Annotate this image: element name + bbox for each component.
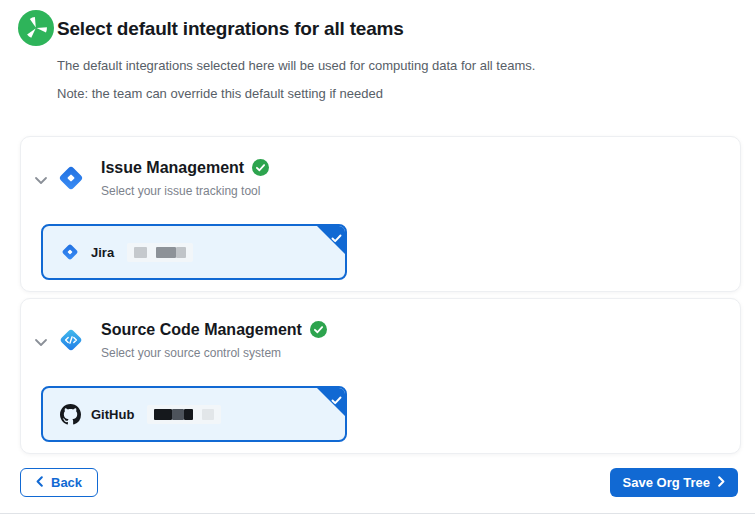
section-issue-management: Issue Management Select your issue track…	[20, 136, 741, 292]
jira-icon	[60, 242, 80, 262]
section-title: Issue Management	[101, 157, 244, 178]
check-icon	[331, 229, 342, 247]
integration-sections: Issue Management Select your issue track…	[0, 136, 755, 454]
jira-option-card[interactable]: Jira	[41, 224, 347, 280]
page-note: Note: the team can override this default…	[57, 86, 735, 102]
section-source-code-management: Source Code Management Select your sourc…	[20, 298, 741, 454]
redacted-details	[127, 243, 193, 262]
section-subtitle: Select your source control system	[101, 346, 327, 360]
page-description: The default integrations selected here w…	[57, 58, 735, 74]
check-circle-icon	[252, 159, 269, 176]
jira-diamond-icon	[56, 163, 86, 193]
chevron-left-icon	[36, 475, 43, 490]
app-logo-propeller-icon	[18, 10, 54, 46]
save-org-tree-button[interactable]: Save Org Tree	[610, 468, 738, 497]
back-button[interactable]: Back	[20, 468, 98, 497]
option-label: GitHub	[91, 407, 134, 422]
footer-actions: Back Save Org Tree	[20, 468, 738, 497]
chevron-down-icon[interactable]	[34, 171, 48, 189]
section-head: Issue Management Select your issue track…	[21, 157, 740, 198]
section-title: Source Code Management	[101, 319, 302, 340]
github-icon	[60, 404, 80, 424]
page-header: Select default integrations for all team…	[0, 0, 755, 102]
code-diamond-icon	[56, 325, 86, 355]
section-head: Source Code Management Select your sourc…	[21, 319, 740, 360]
section-texts: Source Code Management Select your sourc…	[101, 319, 327, 360]
redacted-details	[147, 405, 221, 424]
chevron-down-icon[interactable]	[34, 333, 48, 351]
check-icon	[331, 391, 342, 409]
check-circle-icon	[310, 321, 327, 338]
page-title: Select default integrations for all team…	[57, 17, 735, 41]
default-integrations-page: Select default integrations for all team…	[0, 0, 755, 516]
github-option-card[interactable]: GitHub	[41, 386, 347, 442]
back-button-label: Back	[51, 475, 82, 490]
save-button-label: Save Org Tree	[623, 475, 710, 490]
bottom-divider	[0, 513, 755, 514]
option-label: Jira	[91, 245, 114, 260]
section-subtitle: Select your issue tracking tool	[101, 184, 269, 198]
chevron-right-icon	[718, 475, 725, 490]
section-texts: Issue Management Select your issue track…	[101, 157, 269, 198]
